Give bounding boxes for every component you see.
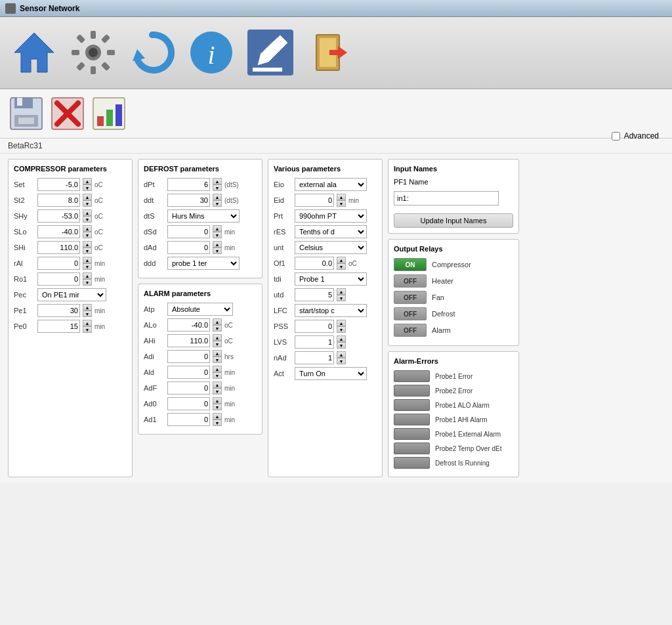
home-button[interactable]	[8, 26, 60, 79]
save-button[interactable]	[8, 96, 44, 132]
shi-down[interactable]: ▼	[83, 248, 92, 254]
eio-select[interactable]: external ala	[295, 178, 367, 191]
alo-input[interactable]	[167, 318, 210, 332]
ald-down[interactable]: ▼	[213, 372, 222, 379]
cancel-button[interactable]	[49, 96, 85, 132]
slo-down[interactable]: ▼	[83, 232, 92, 238]
dsd-down[interactable]: ▼	[213, 232, 222, 238]
slo-up[interactable]: ▲	[83, 225, 92, 232]
relay-alarm-button[interactable]: OFF	[394, 324, 427, 337]
utd-down[interactable]: ▼	[337, 295, 346, 301]
set-up[interactable]: ▲	[83, 178, 92, 184]
refresh-button[interactable]	[126, 26, 178, 79]
dsd-input[interactable]	[167, 225, 210, 238]
nad-input[interactable]	[295, 351, 334, 364]
shi-up[interactable]: ▲	[83, 241, 92, 248]
dpt-up[interactable]: ▲	[213, 178, 222, 184]
adi-up[interactable]: ▲	[213, 350, 222, 356]
adi-input[interactable]	[167, 350, 210, 363]
dpt-input[interactable]	[167, 178, 210, 191]
ro1-input[interactable]	[37, 272, 80, 286]
adi-down[interactable]: ▼	[213, 356, 222, 363]
ad0-input[interactable]	[167, 397, 210, 410]
ddt-down[interactable]: ▼	[213, 200, 222, 207]
relay-heater-button[interactable]: OFF	[394, 274, 427, 288]
shi-input[interactable]	[37, 241, 80, 254]
pe0-input[interactable]	[37, 320, 80, 333]
ald-up[interactable]: ▲	[213, 366, 222, 372]
ral-down[interactable]: ▼	[83, 263, 92, 270]
relay-compressor-button[interactable]: ON	[394, 258, 427, 271]
update-input-names-button[interactable]: Update Input Names	[394, 213, 513, 228]
pss-up[interactable]: ▲	[337, 320, 346, 326]
ro1-down[interactable]: ▼	[83, 279, 92, 286]
atp-select[interactable]: Absolute	[167, 303, 233, 316]
dsd-up[interactable]: ▲	[213, 225, 222, 232]
ral-up[interactable]: ▲	[83, 257, 92, 263]
chart-button[interactable]	[91, 96, 127, 132]
edit-button[interactable]	[244, 26, 297, 79]
eid-up[interactable]: ▲	[337, 194, 346, 200]
ahi-input[interactable]	[167, 334, 210, 347]
pss-down[interactable]: ▼	[337, 326, 346, 333]
res-select[interactable]: Tenths of d	[295, 225, 367, 238]
ad1-down[interactable]: ▼	[213, 420, 222, 426]
lvs-down[interactable]: ▼	[337, 342, 346, 349]
shy-up[interactable]: ▲	[83, 209, 92, 216]
ddt-up[interactable]: ▲	[213, 194, 222, 200]
nad-down[interactable]: ▼	[337, 358, 346, 364]
tdi-select[interactable]: Probe 1	[295, 272, 367, 286]
pe1-up[interactable]: ▲	[83, 304, 92, 311]
of1-down[interactable]: ▼	[337, 263, 346, 270]
st2-down[interactable]: ▼	[83, 200, 92, 207]
ad1-up[interactable]: ▲	[213, 413, 222, 420]
utd-input[interactable]	[295, 288, 334, 301]
ro1-up[interactable]: ▲	[83, 272, 92, 279]
pe1-down[interactable]: ▼	[83, 311, 92, 317]
ald-input[interactable]	[167, 366, 210, 379]
alo-down[interactable]: ▼	[213, 325, 222, 332]
lvs-input[interactable]	[295, 335, 334, 349]
pe0-up[interactable]: ▲	[83, 320, 92, 326]
eid-down[interactable]: ▼	[337, 200, 346, 207]
pf1-input[interactable]	[394, 191, 499, 205]
exit-button[interactable]	[303, 26, 356, 79]
ad0-up[interactable]: ▲	[213, 397, 222, 404]
st2-input[interactable]	[37, 194, 80, 207]
utd-up[interactable]: ▲	[337, 288, 346, 295]
act-select[interactable]: Turn On	[295, 367, 367, 380]
pe0-down[interactable]: ▼	[83, 326, 92, 333]
set-input[interactable]	[37, 178, 80, 191]
advanced-label[interactable]: Advanced	[624, 131, 659, 140]
slo-input[interactable]	[37, 225, 80, 238]
of1-input[interactable]	[295, 257, 334, 270]
lvs-up[interactable]: ▲	[337, 335, 346, 342]
st2-up[interactable]: ▲	[83, 194, 92, 200]
ad0-down[interactable]: ▼	[213, 404, 222, 410]
ddt-input[interactable]	[167, 194, 210, 207]
dts-select[interactable]: Hurs Mins	[167, 209, 240, 223]
ahi-down[interactable]: ▼	[213, 341, 222, 347]
dad-input[interactable]	[167, 241, 210, 254]
ad1-input[interactable]	[167, 413, 210, 426]
pss-input[interactable]	[295, 320, 334, 333]
ral-input[interactable]	[37, 257, 80, 270]
eid-input[interactable]	[295, 194, 334, 207]
of1-up[interactable]: ▲	[337, 257, 346, 263]
shy-down[interactable]: ▼	[83, 216, 92, 223]
info-button[interactable]: i	[185, 26, 238, 79]
adf-down[interactable]: ▼	[213, 388, 222, 395]
adf-up[interactable]: ▲	[213, 381, 222, 388]
ahi-up[interactable]: ▲	[213, 334, 222, 341]
pec-select[interactable]: On PE1 mir	[37, 288, 106, 301]
relay-fan-button[interactable]: OFF	[394, 291, 427, 304]
settings-button[interactable]	[67, 26, 119, 79]
advanced-checkbox[interactable]	[612, 132, 620, 140]
prt-select[interactable]: 990ohm PT	[295, 209, 367, 223]
adf-input[interactable]	[167, 381, 210, 395]
dad-down[interactable]: ▼	[213, 248, 222, 254]
ddd-select[interactable]: probe 1 ter	[167, 257, 240, 270]
pe1-input[interactable]	[37, 304, 80, 317]
dad-up[interactable]: ▲	[213, 241, 222, 248]
lfc-select[interactable]: start/stop c	[295, 304, 367, 317]
